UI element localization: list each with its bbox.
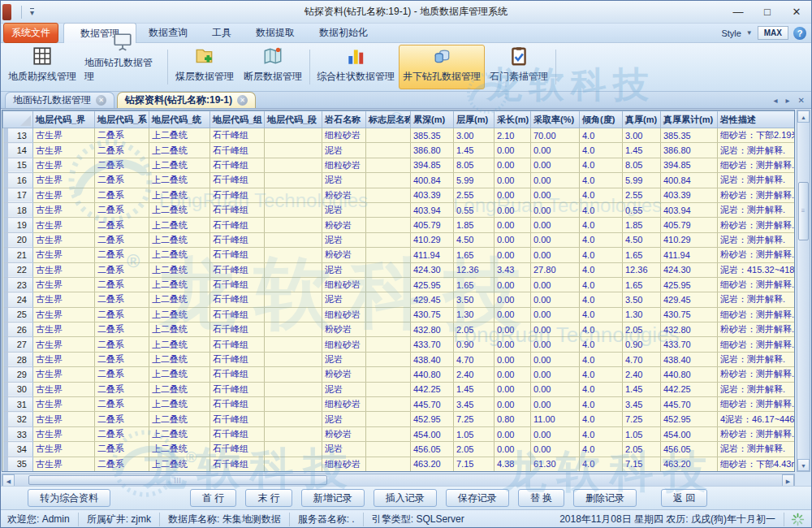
cell-core_length[interactable]: 0.00 (495, 382, 531, 396)
row-number[interactable]: 13 (3, 128, 33, 143)
cell-true_thickness[interactable]: 2.40 (623, 367, 661, 382)
cell-core_length[interactable]: 0.00 (495, 158, 531, 172)
cell-recovery_rate[interactable]: 0.00 (531, 202, 580, 217)
cell-stratum_duan[interactable] (265, 158, 322, 172)
cell-stratum_duan[interactable] (265, 277, 322, 292)
cell-recovery_rate[interactable]: 0.00 (531, 188, 580, 202)
row-number[interactable]: 19 (3, 218, 33, 232)
cell-cum_depth[interactable]: 425.95 (411, 277, 454, 292)
row-number[interactable]: 22 (3, 262, 33, 277)
cell-stratum_tong[interactable]: 上二叠统 (149, 457, 210, 471)
cell-cum_depth[interactable]: 438.40 (411, 352, 454, 366)
cell-stratum_tong[interactable]: 上二叠统 (149, 262, 210, 277)
cell-cum_depth[interactable]: 440.80 (411, 367, 454, 382)
table-row[interactable]: 21古生界二叠系上二叠统石千峰组粉砂岩411.941.650.000.004.0… (3, 248, 796, 262)
cell-stratum_duan[interactable] (265, 143, 322, 158)
cell-recovery_rate[interactable]: 0.00 (531, 143, 580, 158)
cell-lithology_desc[interactable]: 细砂岩：测井解释. (718, 337, 796, 352)
cell-true_thickness_cum[interactable]: 425.95 (661, 277, 718, 292)
ribbon-button-survey-line[interactable]: 地质勘探线管理 (4, 45, 80, 89)
cell-stratum_xi[interactable]: 二叠系 (95, 262, 149, 277)
cell-stratum_zu[interactable]: 石千峰组 (210, 442, 265, 457)
cell-stratum_tong[interactable]: 上二叠统 (149, 218, 210, 232)
cell-stratum_duan[interactable] (265, 397, 322, 412)
cell-lithology_desc[interactable]: 细砂岩：测井解释. (718, 307, 796, 322)
column-header-marker_layer[interactable]: 标志层名称 (366, 111, 411, 128)
cell-cum_depth[interactable]: 411.94 (411, 248, 454, 262)
row-number[interactable]: 20 (3, 232, 33, 247)
cell-stratum_duan[interactable] (265, 232, 322, 247)
row-number[interactable]: 30 (3, 382, 33, 396)
tab-tools[interactable]: 工具 (200, 23, 244, 43)
scroll-up-icon[interactable]: ▲ (797, 110, 810, 123)
cell-cum_depth[interactable]: 430.75 (411, 307, 454, 322)
table-row[interactable]: 23古生界二叠系上二叠统石千峰组细粒砂岩425.951.650.000.004.… (3, 277, 796, 292)
cell-recovery_rate[interactable]: 70.00 (531, 128, 580, 143)
cell-stratum_tong[interactable]: 上二叠统 (149, 307, 210, 322)
column-header-stratum_tong[interactable]: 地层代码_统 (149, 111, 210, 128)
vertical-scrollbar[interactable]: ▲ ≡ ▼ (797, 110, 810, 472)
cell-marker_layer[interactable] (366, 412, 411, 426)
cell-marker_layer[interactable] (366, 188, 411, 202)
table-row[interactable]: 35古生界二叠系上二叠统石千峰组细粒砂岩463.207.154.3861.304… (3, 457, 796, 471)
cell-recovery_rate[interactable]: 0.00 (531, 307, 580, 322)
cell-cum_depth[interactable]: 394.85 (411, 158, 454, 172)
cell-dip_angle[interactable]: 4.0 (580, 442, 623, 457)
cell-marker_layer[interactable] (366, 337, 411, 352)
cell-stratum_zu[interactable]: 石千峰组 (210, 367, 265, 382)
cell-true_thickness_cum[interactable]: 452.95 (661, 412, 718, 426)
cell-true_thickness_cum[interactable]: 454.00 (661, 426, 718, 441)
cell-stratum_zu[interactable]: 石千峰组 (210, 337, 265, 352)
cell-cum_depth[interactable]: 405.79 (411, 218, 454, 232)
cell-dip_angle[interactable]: 4.0 (580, 262, 623, 277)
cell-stratum_tong[interactable]: 上二叠统 (149, 442, 210, 457)
cell-layer_thickness[interactable]: 7.15 (454, 457, 495, 471)
cell-stratum_jie[interactable]: 古生界 (33, 412, 95, 426)
cell-stratum_jie[interactable]: 古生界 (33, 173, 95, 188)
column-header-true_thickness[interactable]: 真厚(m) (623, 111, 661, 128)
cell-rock_name[interactable]: 泥岩 (322, 352, 366, 366)
maximize-button[interactable]: □ (753, 2, 782, 22)
ribbon-button-composite-column[interactable]: 综合柱状数据管理 (313, 45, 399, 89)
cell-lithology_desc[interactable]: 泥岩：测井解释. (718, 292, 796, 307)
cell-true_thickness_cum[interactable]: 438.40 (661, 352, 718, 366)
cell-layer_thickness[interactable]: 0.55 (454, 202, 495, 217)
scroll-left-icon[interactable]: ◀ (2, 474, 15, 487)
column-header-dip_angle[interactable]: 倾角(度) (580, 111, 623, 128)
cell-true_thickness[interactable]: 12.36 (623, 262, 661, 277)
cell-marker_layer[interactable] (366, 128, 411, 143)
cell-stratum_tong[interactable]: 上二叠统 (149, 412, 210, 426)
cell-stratum_tong[interactable]: 上二叠统 (149, 128, 210, 143)
cell-stratum_zu[interactable]: 石千峰组 (210, 158, 265, 172)
cell-lithology_desc[interactable]: 泥岩：测井解释. (718, 382, 796, 396)
cell-marker_layer[interactable] (366, 382, 411, 396)
cell-stratum_jie[interactable]: 古生界 (33, 322, 95, 337)
cell-stratum_zu[interactable]: 石千峰组 (210, 128, 265, 143)
cell-lithology_desc[interactable]: 泥岩：测井解释. (718, 442, 796, 457)
cell-rock_name[interactable]: 泥岩 (322, 292, 366, 307)
cell-lithology_desc[interactable]: 细砂岩：下部2.19米 (718, 128, 796, 143)
cell-core_length[interactable]: 0.00 (495, 352, 531, 366)
table-row[interactable]: 28古生界二叠系上二叠统石千峰组泥岩438.404.700.000.004.04… (3, 352, 796, 366)
cell-rock_name[interactable]: 泥岩 (322, 143, 366, 158)
cell-stratum_jie[interactable]: 古生界 (33, 262, 95, 277)
cell-stratum_tong[interactable]: 上二叠统 (149, 232, 210, 247)
table-row[interactable]: 27古生界二叠系上二叠统石千峰组细粒砂岩433.700.900.000.004.… (3, 337, 796, 352)
table-row[interactable]: 34古生界二叠系上二叠统石千峰组泥岩456.052.050.000.004.02… (3, 442, 796, 457)
cell-stratum_tong[interactable]: 上二叠统 (149, 426, 210, 441)
table-row[interactable]: 14古生界二叠系上二叠统石千峰组泥岩386.801.450.000.004.01… (3, 143, 796, 158)
scroll-right-icon[interactable]: ▶ (782, 474, 794, 487)
table-row[interactable]: 25古生界二叠系上二叠统石千峰组细粒砂岩430.751.300.000.004.… (3, 307, 796, 322)
table-row[interactable]: 29古生界二叠系上二叠统石千峰组粉砂岩440.802.400.000.004.0… (3, 367, 796, 382)
table-row[interactable]: 15古生界二叠系上二叠统石千峰组细粒砂岩394.858.050.000.004.… (3, 158, 796, 172)
doc-tab-surface-borehole[interactable]: 地面钻孔数据管理 ✕ (5, 92, 114, 108)
cell-rock_name[interactable]: 细粒砂岩 (322, 337, 366, 352)
cell-true_thickness_cum[interactable]: 403.94 (661, 202, 718, 217)
cell-stratum_duan[interactable] (265, 442, 322, 457)
cell-layer_thickness[interactable]: 5.99 (454, 173, 495, 188)
cell-stratum_zu[interactable]: 石千峰组 (210, 218, 265, 232)
select-all-corner[interactable] (3, 111, 33, 128)
cell-marker_layer[interactable] (366, 248, 411, 262)
column-header-true_thickness_cum[interactable]: 真厚累计(m) (661, 111, 718, 128)
cell-cum_depth[interactable]: 424.30 (411, 262, 454, 277)
